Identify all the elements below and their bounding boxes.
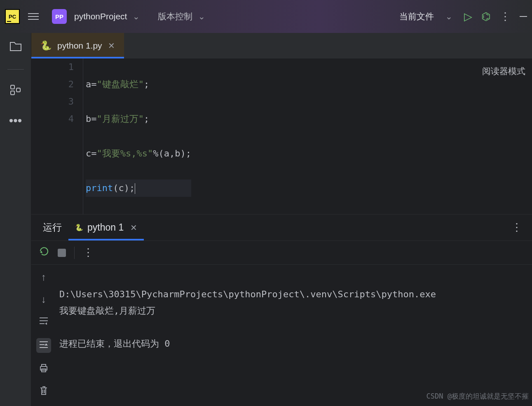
code-content[interactable]: a="键盘敲烂"; b="月薪过万"; c="我要%s,%s"%(a,b); p… xyxy=(83,58,191,214)
run-more-icon[interactable]: ⋮ xyxy=(511,221,522,234)
close-tab-icon[interactable]: ✕ xyxy=(108,41,115,51)
python-file-icon: 🐍 xyxy=(75,224,83,231)
console-exit-label: 进程已结束，退出代码为 xyxy=(59,338,164,349)
svg-rect-0 xyxy=(11,85,14,89)
run-button[interactable]: ▷ xyxy=(464,10,472,23)
run-tab[interactable]: 🐍 python 1 ✕ xyxy=(72,215,141,240)
rerun-button[interactable] xyxy=(39,246,49,259)
more-tools-icon[interactable]: ••• xyxy=(9,114,22,128)
svg-rect-2 xyxy=(16,88,20,92)
line-number: 2 xyxy=(31,76,74,93)
reader-mode-label[interactable]: 阅读器模式 xyxy=(482,63,525,80)
line-gutter: 1 2 3 4 xyxy=(31,58,83,214)
line-number: 1 xyxy=(31,58,74,76)
console-path: D:\Users\30315\PycharmProjects\pythonPro… xyxy=(59,289,436,299)
more-actions-button[interactable]: ⋮ xyxy=(500,10,511,23)
stop-button[interactable] xyxy=(58,249,66,257)
main-menu-button[interactable] xyxy=(23,8,44,25)
vcs-menu[interactable]: 版本控制 xyxy=(158,11,192,22)
minimize-button[interactable] xyxy=(520,16,527,17)
line-number: 3 xyxy=(31,93,74,110)
editor-tab[interactable]: 🐍 python 1.py ✕ xyxy=(31,33,124,58)
project-chevron-icon[interactable]: ⌄ xyxy=(133,12,140,21)
python-file-icon: 🐍 xyxy=(40,40,52,51)
tab-filename: python 1.py xyxy=(57,41,102,51)
run-config-selector[interactable]: 当前文件 xyxy=(399,11,434,22)
project-name[interactable]: pythonProject xyxy=(74,12,127,21)
scroll-down-icon[interactable]: ↓ xyxy=(41,294,46,305)
titlebar: PC PP pythonProject ⌄ 版本控制 ⌄ 当前文件 ⌄ ▷ ⌬ … xyxy=(0,0,532,33)
close-run-tab-icon[interactable]: ✕ xyxy=(130,223,137,233)
trash-icon[interactable] xyxy=(39,386,48,398)
editor-tabs: 🐍 python 1.py ✕ xyxy=(31,33,532,58)
project-tool-icon[interactable] xyxy=(9,40,22,54)
code-editor[interactable]: 1 2 3 4 a="键盘敲烂"; b="月薪过万"; c="我要%s,%s"%… xyxy=(31,58,532,214)
run-toolbar: ⋮ xyxy=(31,241,532,265)
text-cursor xyxy=(135,183,135,194)
scroll-up-icon[interactable]: ↑ xyxy=(41,271,46,283)
print-icon[interactable] xyxy=(39,364,49,375)
debug-button[interactable]: ⌬ xyxy=(481,10,491,23)
svg-rect-1 xyxy=(11,91,14,95)
svg-rect-4 xyxy=(42,364,46,366)
structure-tool-icon[interactable] xyxy=(10,84,21,99)
watermark: CSDN @极度的坦诚就是无坚不摧 xyxy=(427,388,529,404)
run-panel-header: 运行 🐍 python 1 ✕ ⋮ xyxy=(31,215,532,241)
run-tab-name: python 1 xyxy=(87,222,124,233)
project-badge[interactable]: PP xyxy=(52,9,67,24)
scroll-to-end-icon[interactable] xyxy=(36,338,51,353)
console-output[interactable]: D:\Users\30315\PycharmProjects\pythonPro… xyxy=(56,265,532,406)
console-controls: ↑ ↓ xyxy=(31,265,56,406)
console-stdout: 我要键盘敲烂,月薪过万 xyxy=(59,306,155,316)
vcs-chevron-icon[interactable]: ⌄ xyxy=(198,12,205,21)
left-sidebar: ••• xyxy=(0,33,31,406)
run-toolbar-more-icon[interactable]: ⋮ xyxy=(83,246,94,259)
run-panel: 运行 🐍 python 1 ✕ ⋮ ⋮ ↑ ↓ xyxy=(31,214,532,406)
runconfig-chevron-icon[interactable]: ⌄ xyxy=(445,12,452,21)
console-exit-code: 0 xyxy=(164,338,170,349)
sidebar-divider xyxy=(7,69,24,70)
line-number: 4 xyxy=(31,110,74,128)
soft-wrap-icon[interactable] xyxy=(39,316,49,327)
pycharm-logo[interactable]: PC xyxy=(5,9,20,24)
toolbar-divider xyxy=(74,247,75,259)
run-panel-title: 运行 xyxy=(43,221,62,234)
